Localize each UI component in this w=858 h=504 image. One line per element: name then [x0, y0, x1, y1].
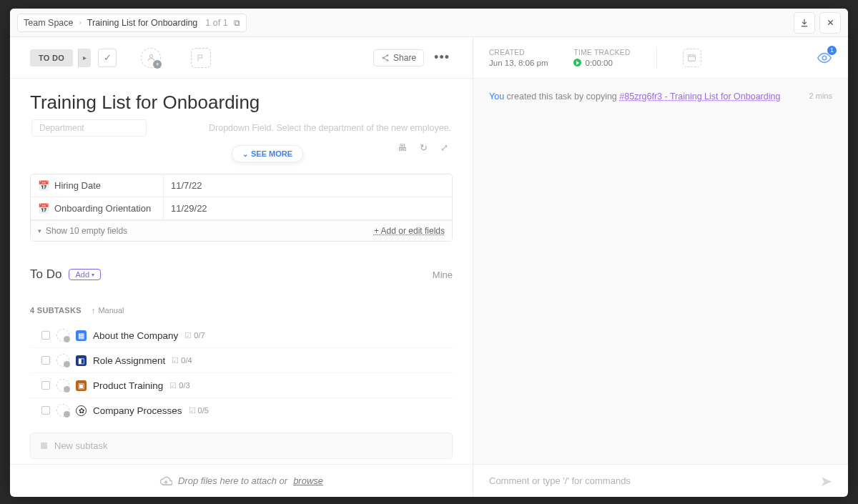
task-modal: Team Space › Training List for Onboardin… [10, 9, 848, 497]
sort-icon: ↑ [92, 306, 96, 315]
share-button[interactable]: Share [373, 49, 424, 66]
breadcrumb-space[interactable]: Team Space [24, 18, 73, 28]
assignee-icon[interactable] [56, 329, 69, 342]
play-icon[interactable] [573, 59, 581, 66]
activity-actor[interactable]: You [489, 92, 504, 102]
subtask-progress: 0/7 [184, 331, 204, 340]
assignee-icon[interactable] [56, 379, 69, 392]
header-bar: Team Space › Training List for Onboardin… [10, 9, 848, 37]
time-tracked-block[interactable]: TIME TRACKED 0:00:00 [573, 49, 630, 67]
subtask-name: Product Training [93, 380, 163, 391]
checkbox[interactable] [41, 331, 50, 340]
browse-link[interactable]: browse [293, 475, 323, 486]
subtask-sort[interactable]: ↑ Manual [92, 306, 124, 315]
subtask-count: 4 SUBTASKS [30, 306, 82, 315]
checkbox[interactable] [41, 406, 50, 415]
square-icon [41, 443, 47, 449]
left-pane: TO DO ▸ ✓ + Share ••• [10, 37, 473, 497]
custom-fields-table: 📅 Hiring Date 11/7/22 📅 Onboarding Orien… [30, 174, 453, 242]
todo-section-title: To Do [30, 267, 61, 282]
subtask-row[interactable]: ◧ Role Assignment 0/4 [30, 348, 453, 373]
copied-task-link[interactable]: #85zrg6fr3 - Training List for Onboardin… [619, 92, 780, 102]
svg-point-5 [822, 56, 827, 60]
chevron-right-icon: › [79, 19, 81, 26]
activity-entry: You created this task by copying #85zrg6… [489, 92, 832, 102]
activity-time: 2 mins [809, 92, 832, 100]
next-status-button[interactable]: ▸ [78, 49, 91, 67]
cloud-upload-icon [159, 475, 172, 488]
calendar-icon: 📅 [38, 203, 49, 214]
complete-button[interactable]: ✓ [98, 49, 117, 67]
chevron-down-icon: ▾ [92, 272, 94, 278]
subtask-row[interactable]: ✿ Company Processes 0/5 [30, 398, 453, 423]
checkbox[interactable] [41, 356, 50, 365]
svg-point-3 [387, 59, 388, 61]
cf-name: 📅 Onboarding Orientation [31, 197, 164, 219]
show-empty-fields[interactable]: ▾ Show 10 empty fields [38, 226, 127, 236]
priority-flag[interactable] [191, 48, 211, 68]
due-date-button[interactable] [683, 49, 701, 67]
mine-filter[interactable]: Mine [433, 270, 453, 280]
history-icon[interactable]: ↻ [420, 142, 428, 153]
activity-feed: You created this task by copying #85zrg6… [473, 79, 848, 464]
chevron-down-icon: ⌄ [242, 150, 248, 158]
watchers-button[interactable]: 1 [817, 50, 832, 66]
breadcrumb-list[interactable]: Training List for Onboarding [87, 18, 197, 28]
add-edit-fields[interactable]: + Add or edit fields [374, 226, 445, 236]
watcher-count: 1 [827, 46, 837, 55]
breadcrumb-position: 1 of 1 [205, 18, 227, 28]
svg-point-2 [383, 57, 384, 59]
chevron-down-icon: ▾ [38, 227, 41, 234]
close-button[interactable] [819, 12, 841, 34]
created-block: CREATED Jun 13, 8:06 pm [489, 49, 548, 67]
cf-row[interactable]: 📅 Onboarding Orientation 11/29/22 [31, 197, 452, 220]
send-icon[interactable]: ➤ [820, 473, 832, 490]
description-hint: Department Dropdown Field. Select the de… [30, 124, 453, 138]
add-status-button[interactable]: Add ▾ [69, 269, 101, 280]
cf-name: 📅 Hiring Date [31, 174, 164, 197]
print-icon[interactable]: 🖶 [398, 142, 407, 153]
subtask-progress: 0/4 [172, 356, 192, 365]
status-button[interactable]: TO DO [30, 49, 73, 66]
right-pane: CREATED Jun 13, 8:06 pm TIME TRACKED 0:0… [473, 37, 848, 497]
cf-value[interactable]: 11/7/22 [164, 174, 452, 197]
subtask-row[interactable]: ▦ About the Company 0/7 [30, 323, 453, 348]
assignee-icon[interactable] [56, 404, 69, 417]
breadcrumb: Team Space › Training List for Onboardin… [17, 14, 247, 32]
cf-row[interactable]: 📅 Hiring Date 11/7/22 [31, 174, 452, 197]
subtask-name: Role Assignment [93, 355, 165, 366]
checkbox[interactable] [41, 381, 50, 390]
share-label: Share [393, 53, 416, 63]
subtask-name: Company Processes [93, 405, 182, 416]
new-tab-icon[interactable]: ⧉ [234, 18, 240, 28]
new-subtask-input[interactable]: New subtask [30, 433, 453, 459]
gear-icon: ✿ [76, 405, 87, 416]
role-icon: ◧ [76, 355, 87, 366]
assignee-add[interactable]: + [141, 48, 161, 68]
assignee-icon[interactable] [56, 354, 69, 367]
svg-point-0 [149, 54, 152, 57]
task-toolbar: TO DO ▸ ✓ + Share ••• [10, 37, 473, 79]
subtask-progress: 0/3 [169, 381, 189, 390]
subtask-list: ▦ About the Company 0/7 ◧ Role Assignmen… [30, 323, 453, 423]
subtask-row[interactable]: ▣ Product Training 0/3 [30, 373, 453, 398]
department-field-ghost: Department [31, 119, 147, 137]
attachment-dropzone[interactable]: Drop files here to attach or browse [10, 464, 473, 497]
svg-rect-4 [689, 55, 696, 61]
plus-icon: + [153, 60, 162, 69]
see-more-button[interactable]: ⌄ SEE MORE [232, 145, 303, 162]
minimize-button[interactable] [794, 12, 815, 34]
svg-point-1 [387, 54, 388, 56]
cf-value[interactable]: 11/29/22 [164, 197, 452, 219]
building-icon: ▦ [76, 330, 87, 341]
calendar-icon: 📅 [38, 180, 49, 191]
department-caption: Dropdown Field. Select the department of… [209, 123, 451, 133]
comment-input[interactable]: Comment or type '/' for commands ➤ [473, 464, 848, 497]
more-menu[interactable]: ••• [431, 50, 453, 65]
meta-bar: CREATED Jun 13, 8:06 pm TIME TRACKED 0:0… [473, 37, 848, 79]
box-icon: ▣ [76, 380, 87, 391]
task-title[interactable]: Training List for Onboarding [30, 92, 453, 114]
subtask-progress: 0/5 [189, 406, 209, 415]
expand-icon[interactable]: ⤢ [440, 142, 448, 153]
share-icon [381, 54, 390, 62]
